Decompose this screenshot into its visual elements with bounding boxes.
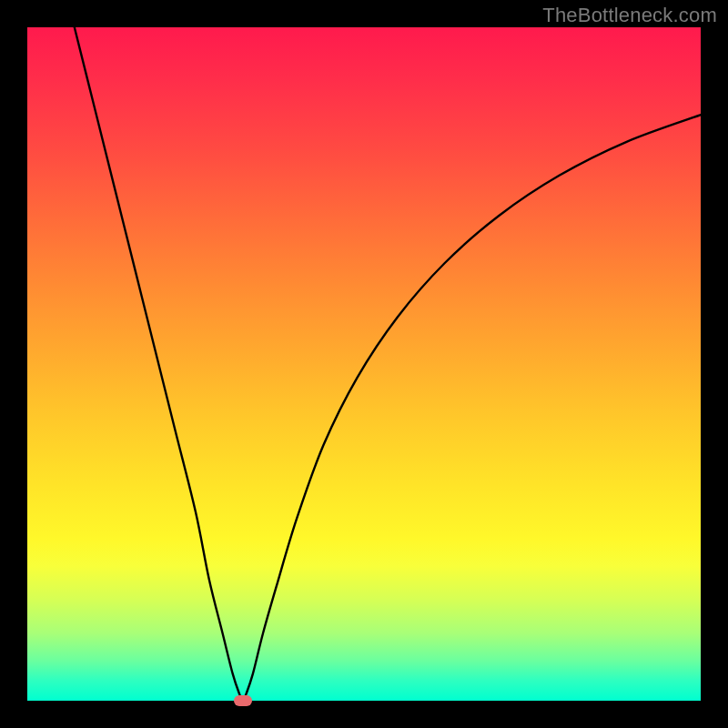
minimum-marker bbox=[234, 695, 252, 706]
chart-frame: TheBottleneck.com bbox=[0, 0, 728, 728]
bottleneck-curve bbox=[27, 27, 701, 701]
chart-plot-area bbox=[27, 27, 701, 701]
watermark-text: TheBottleneck.com bbox=[542, 4, 717, 27]
